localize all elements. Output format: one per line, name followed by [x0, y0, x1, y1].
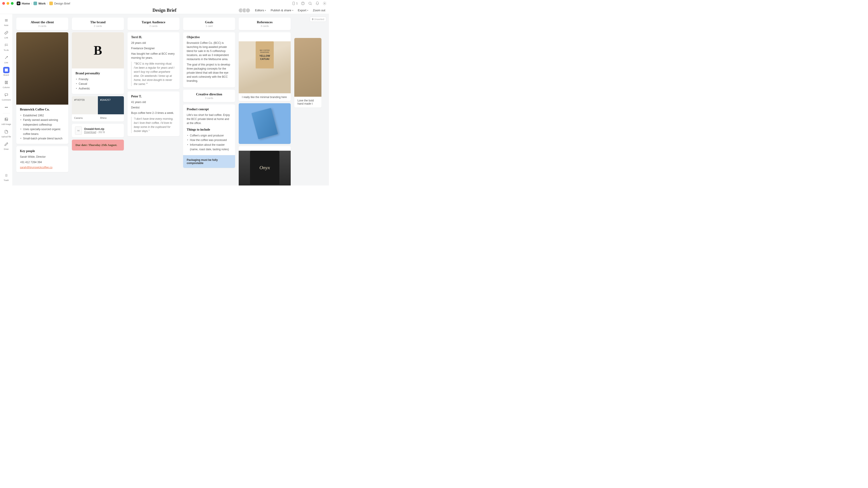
editor-avatars[interactable]: [240, 8, 250, 13]
publish-dropdown[interactable]: Publish & share▾: [271, 8, 293, 12]
card-due-date[interactable]: Due date: Thursday 25th August.: [72, 140, 124, 151]
breadcrumb-current[interactable]: Design Brief: [54, 2, 70, 5]
file-icon: [4, 130, 8, 134]
board-canvas[interactable]: 0 Unsorted About the client 3 cards Brun…: [13, 14, 329, 186]
maximize-window-button[interactable]: [11, 2, 13, 5]
column-goals: Goals 1 card Objective Brunswick Coffee …: [183, 18, 235, 168]
column-header[interactable]: Target Audience 2 cards: [127, 18, 180, 30]
svg-point-20: [7, 107, 7, 107]
list-item: Uses specially-sourced organic coffee be…: [20, 127, 65, 136]
svg-rect-21: [5, 118, 8, 121]
card-heading: Things to include: [187, 128, 231, 131]
svg-rect-0: [293, 2, 295, 5]
tool-add-image[interactable]: Add image: [0, 115, 12, 127]
svg-point-18: [5, 107, 5, 107]
tool-line[interactable]: Line: [0, 53, 12, 65]
file-name: Oswald-font.zip: [84, 127, 105, 131]
svg-line-4: [311, 4, 312, 5]
comment-icon: [4, 93, 8, 97]
home-icon: M: [17, 2, 20, 5]
column-header[interactable]: The brand 2 cards: [72, 18, 124, 30]
chevron-down-icon: ▾: [307, 9, 308, 11]
card-heading: Objective: [187, 35, 231, 39]
image-caption: I really like the minimal branding here: [239, 93, 291, 101]
column-about-client: About the client 3 cards Brunswick Coffe…: [16, 18, 68, 172]
card-creative-direction[interactable]: Product concept Life's too short for bad…: [183, 104, 235, 168]
callout-note: Packaging must be fully compostable: [183, 155, 235, 168]
card-heading: Brand personality: [75, 72, 120, 75]
card-objective[interactable]: Objective Brunswick Coffee Co. (BCC) is …: [183, 32, 235, 88]
contact-email-link[interactable]: sarah@brunswickcoffee.co: [20, 166, 53, 169]
image-icon: [4, 117, 8, 121]
card-color-swatches[interactable]: #F0EFEB Cararra #2A4257 Rhino: [72, 96, 124, 122]
persona-name: Peter T.: [131, 95, 176, 98]
unsorted-badge[interactable]: 0 Unsorted: [310, 17, 326, 22]
image-caption: Love the bold hand made t: [294, 97, 321, 107]
svg-rect-13: [6, 69, 7, 70]
card-persona[interactable]: Terri H. 28 years old Freelance Designer…: [127, 32, 180, 89]
persona-age: 41 years old: [131, 100, 176, 104]
card-persona[interactable]: Peter T. 41 years old Dentist Buys coffe…: [127, 92, 180, 136]
svg-point-2: [303, 4, 303, 4]
brand-logo-image: B: [72, 32, 124, 68]
tool-trash[interactable]: Trash: [0, 171, 12, 183]
export-dropdown[interactable]: Export▾: [298, 8, 309, 12]
tool-link[interactable]: Link: [0, 28, 12, 40]
tool-board[interactable]: Board: [0, 66, 12, 77]
card-reference-image[interactable]: [239, 103, 291, 144]
bell-icon[interactable]: [315, 1, 319, 5]
tool-draw[interactable]: Draw: [0, 140, 12, 152]
tool-column[interactable]: Column: [0, 78, 12, 90]
card-reference-image[interactable]: BAY COFFEE ROASTERS YELLOW CATUAI I real…: [239, 32, 291, 101]
tool-upload[interactable]: Upload file: [0, 127, 12, 139]
card-key-people[interactable]: Key people Sarah Wilde, Director +61 412…: [16, 146, 68, 172]
card-heading: Key people: [20, 149, 65, 153]
svg-line-11: [5, 57, 7, 59]
bag-product-text: YELLOW CATUAI: [257, 54, 272, 61]
bag-brand-text: BAY COFFEE ROASTERS: [257, 49, 272, 53]
persona-age: 28 years old: [131, 41, 176, 45]
body-text: The goal of this project is to develop t…: [187, 63, 231, 83]
close-window-button[interactable]: [2, 2, 5, 5]
card-file-attachment[interactable]: txt Oswald-font.zip Download - 202 B: [72, 124, 124, 137]
breadcrumb-work[interactable]: Work: [38, 2, 46, 5]
search-icon[interactable]: [308, 1, 312, 5]
document-header: Design Brief Editors▾ Publish & share▾ E…: [0, 7, 329, 14]
help-icon[interactable]: [301, 1, 305, 5]
folder-icon: [49, 2, 53, 5]
column-header[interactable]: References 3 cards: [239, 18, 291, 30]
card-reference-image[interactable]: Onyx: [239, 146, 291, 186]
company-facts-list: Established 1962 Family owned award-winn…: [20, 113, 65, 141]
device-badge[interactable]: 1: [291, 1, 298, 5]
column-header[interactable]: About the client 3 cards: [16, 18, 68, 30]
tool-note[interactable]: Note: [0, 16, 12, 28]
svg-rect-15: [6, 70, 7, 71]
minimize-window-button[interactable]: [6, 2, 9, 5]
gear-icon[interactable]: [322, 1, 327, 5]
subcolumn-header[interactable]: Creative direction 3 cards: [183, 90, 235, 102]
trash-icon: [4, 173, 8, 177]
card-reference-image[interactable]: Love the bold hand made t: [294, 38, 321, 107]
tool-more[interactable]: [0, 103, 12, 112]
persona-job: Freelance Designer: [131, 46, 176, 51]
swatch-label: Rhino: [98, 114, 124, 122]
editors-dropdown[interactable]: Editors▾: [255, 8, 266, 12]
card-brand-personality[interactable]: B Brand personality Friendly Casual Auth…: [72, 32, 124, 94]
body-text: Brunswick Coffee Co. (BCC) is launching …: [187, 41, 231, 61]
persona-quote: ""BCC is my little morning ritual. I've …: [131, 62, 176, 86]
window-titlebar: M Home / Work / Design Brief 1: [0, 0, 329, 7]
breadcrumb-home[interactable]: Home: [22, 2, 30, 5]
download-link[interactable]: Download: [84, 131, 96, 134]
zoom-out-button[interactable]: Zoom out: [313, 8, 325, 12]
svg-rect-17: [6, 81, 7, 84]
folder-icon: [33, 2, 37, 5]
color-swatch: #2A4257 Rhino: [98, 96, 124, 122]
page-title[interactable]: Design Brief: [152, 8, 176, 13]
tool-comment[interactable]: Comment: [0, 90, 12, 102]
persona-habit: Has bought her coffee at BCC every morni…: [131, 52, 176, 60]
card-client-image[interactable]: Brunswick Coffee Co. Established 1962 Fa…: [16, 32, 68, 144]
tool-todo[interactable]: To-do: [0, 41, 12, 53]
reference-image: BAY COFFEE ROASTERS YELLOW CATUAI: [239, 41, 291, 93]
svg-point-22: [5, 119, 6, 119]
column-header[interactable]: Goals 1 card: [183, 18, 235, 30]
